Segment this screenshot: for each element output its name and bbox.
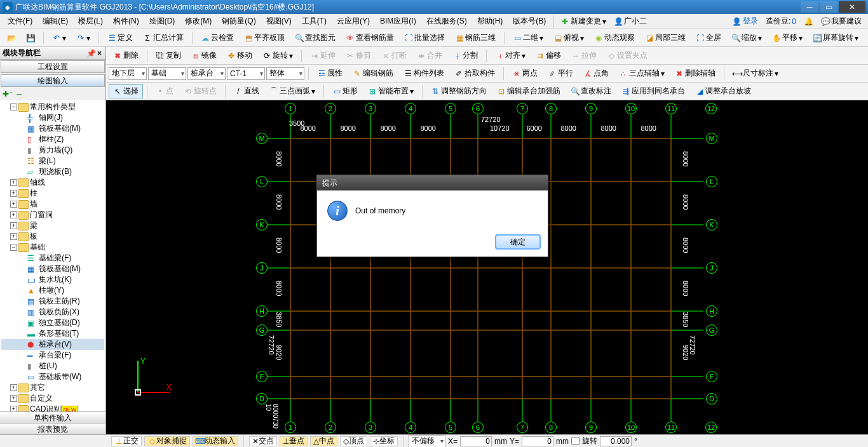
- rot-point-button[interactable]: ⟲旋转点: [179, 84, 221, 98]
- tree-common[interactable]: −常用构件类型: [1, 102, 104, 112]
- point-button[interactable]: •点: [151, 84, 178, 98]
- rotate-button[interactable]: ⟳旋转▾: [258, 49, 297, 63]
- select-button[interactable]: ↖选择: [109, 84, 143, 98]
- tree-f-band[interactable]: ▭基础板带(W): [1, 371, 104, 382]
- tree-g-custom[interactable]: +自定义: [1, 393, 104, 404]
- tree-f-pile[interactable]: ▮桩(U): [1, 361, 104, 371]
- tree-f-raft[interactable]: ▦筏板基础(M): [1, 264, 104, 274]
- stretch-button[interactable]: ↔拉伸: [567, 49, 601, 63]
- cloud-check-button[interactable]: ☁云检查: [196, 31, 238, 45]
- tree-g-other[interactable]: +其它: [1, 382, 104, 393]
- snap-vert[interactable]: ◇ 顶点: [340, 436, 367, 446]
- tree-f-beam[interactable]: ☰基础梁(F): [1, 253, 104, 264]
- adjust-slope-button[interactable]: ◢调整承台放坡: [691, 84, 756, 98]
- redo-button[interactable]: ↷▾: [72, 31, 95, 45]
- agent-button[interactable]: 👤广小二: [610, 16, 651, 27]
- snap-cross[interactable]: ✕ 交点: [249, 436, 277, 446]
- edit-cap-rebar-button[interactable]: ⊡编辑承台加强筋: [492, 84, 565, 98]
- rot-checkbox[interactable]: [571, 437, 580, 445]
- rot-input[interactable]: [600, 436, 632, 446]
- tree-shear-wall[interactable]: ▮剪力墙(Q): [1, 145, 104, 156]
- merge-button[interactable]: ⇼合并: [412, 49, 447, 63]
- pan-button[interactable]: ✋平移▾: [768, 31, 807, 45]
- line-button[interactable]: /直线: [229, 84, 264, 98]
- menu-component[interactable]: 构件(N): [108, 16, 144, 27]
- view-rebar-button[interactable]: 👁查看钢筋量: [341, 31, 398, 45]
- menu-modify[interactable]: 修改(M): [180, 16, 217, 27]
- 3pt-aux-button[interactable]: ∴三点辅轴▾: [614, 67, 669, 81]
- tab-report[interactable]: 报表预览: [0, 423, 105, 434]
- parallel-button[interactable]: ⫽平行: [543, 67, 578, 81]
- arc-button[interactable]: ⌒三点画弧▾: [265, 84, 320, 98]
- local3d-button[interactable]: ◪局部三维: [641, 31, 690, 45]
- tree-f-pier[interactable]: ▲柱墩(Y): [1, 285, 104, 296]
- dim-button[interactable]: ⟷尺寸标注▾: [728, 67, 783, 81]
- fullscreen-button[interactable]: ⛶全屏: [691, 31, 726, 45]
- category-select[interactable]: 基础: [148, 67, 186, 80]
- tab-single-input[interactable]: 单构件输入: [0, 411, 105, 423]
- menu-tools[interactable]: 工具(T): [297, 16, 332, 27]
- tree-g-col[interactable]: +柱: [1, 188, 104, 199]
- menu-help[interactable]: 帮助(H): [472, 16, 508, 27]
- menu-file[interactable]: 文件(F): [3, 16, 37, 27]
- undo-button[interactable]: ↶▾: [48, 31, 71, 45]
- delete-button[interactable]: ✖删除: [109, 49, 143, 63]
- menu-online[interactable]: 在线服务(S): [421, 16, 472, 27]
- tree-beam[interactable]: ☷梁(L): [1, 156, 104, 166]
- tab-project-settings[interactable]: 工程设置: [1, 60, 105, 73]
- drawing-canvas[interactable]: Y X 123456789101112 123456789101112 MLKJ…: [106, 100, 868, 434]
- rebar3d-button[interactable]: ▦钢筋三维: [451, 31, 500, 45]
- feedback-button[interactable]: 💬我要建议: [817, 16, 865, 27]
- tree-f-capbeam[interactable]: ═承台梁(F): [1, 350, 104, 361]
- grip-button[interactable]: ◇设置夹点: [602, 49, 652, 63]
- menu-draw[interactable]: 绘图(D): [144, 16, 180, 27]
- comp-list-button[interactable]: ☰构件列表: [399, 67, 449, 81]
- tree-f-cap[interactable]: ⬢桩承台(V): [1, 339, 104, 350]
- trim-button[interactable]: ✂修剪: [341, 49, 376, 63]
- panel-close-icon[interactable]: ×: [96, 49, 103, 58]
- tree-g-opening[interactable]: +门窗洞: [1, 210, 104, 220]
- del-aux-button[interactable]: ✖删除辅轴: [670, 67, 720, 81]
- prop-button[interactable]: ☲属性: [313, 67, 347, 81]
- menu-cloud[interactable]: 云应用(Y): [332, 16, 375, 27]
- apply-same-button[interactable]: ⇶应用到同名承台: [617, 84, 689, 98]
- tree-g-cad[interactable]: +CAD识别 NEW: [1, 404, 104, 411]
- mirror-button[interactable]: ⧈镜像: [187, 49, 221, 63]
- component-tree[interactable]: −常用构件类型 ╬轴网(J) ▦筏板基础(M) ▯框柱(Z) ▮剪力墙(Q) ☷…: [0, 100, 105, 411]
- menu-bim[interactable]: BIM应用(I): [375, 16, 421, 27]
- align-button[interactable]: ⫞对齐▾: [491, 49, 530, 63]
- ok-button[interactable]: 确定: [496, 235, 540, 249]
- tree-g-axis[interactable]: +轴线: [1, 177, 104, 188]
- copy-button[interactable]: ⿻复制: [151, 49, 186, 63]
- y-input[interactable]: [522, 436, 553, 446]
- snap-perp[interactable]: ⊥ 垂点: [280, 436, 308, 446]
- snap-mid[interactable]: △ 中点: [310, 436, 337, 446]
- x-input[interactable]: [460, 436, 492, 446]
- tree-f-top[interactable]: ▤筏板主筋(R): [1, 296, 104, 307]
- two-pt-button[interactable]: ⋇两点: [508, 67, 542, 81]
- maximize-button[interactable]: ▭: [820, 1, 837, 13]
- new-change-button[interactable]: ✚新建变更 ▾: [557, 16, 610, 27]
- smart-layout-button[interactable]: ⊞智能布置▾: [363, 84, 418, 98]
- ortho-toggle[interactable]: ⊥正交: [111, 436, 142, 446]
- tree-g-found[interactable]: −基础: [1, 242, 104, 253]
- code-select[interactable]: CT-1: [227, 67, 265, 80]
- tree-raft[interactable]: ▦筏板基础(M): [1, 123, 104, 134]
- tree-axis[interactable]: ╬轴网(J): [1, 112, 104, 123]
- dyn-view-button[interactable]: ◉动态观察: [590, 31, 639, 45]
- flat-top-button[interactable]: ⬒平齐板顶: [240, 31, 289, 45]
- 2d-button[interactable]: ▭二维▾: [508, 31, 548, 45]
- offset-button[interactable]: ⇉偏移: [531, 49, 566, 63]
- tree-frame-col[interactable]: ▯框柱(Z): [1, 134, 104, 145]
- find-button[interactable]: 🔍查找图元: [290, 31, 340, 45]
- tree-f-sump[interactable]: ⌴集水坑(K): [1, 274, 104, 285]
- tree-f-strip[interactable]: ▬条形基础(T): [1, 328, 104, 339]
- batch-select-button[interactable]: ⛶批量选择: [400, 31, 449, 45]
- tree-g-wall[interactable]: +墙: [1, 199, 104, 210]
- calc-button[interactable]: Σ汇总计算: [139, 31, 188, 45]
- break-button[interactable]: ⤫打断: [377, 49, 411, 63]
- move-button[interactable]: ✥移动: [222, 49, 257, 63]
- login-button[interactable]: 👤登录: [729, 16, 762, 27]
- define-button[interactable]: ☰定义: [103, 31, 137, 45]
- tree-f-neg[interactable]: ▥筏板负筋(X): [1, 307, 104, 317]
